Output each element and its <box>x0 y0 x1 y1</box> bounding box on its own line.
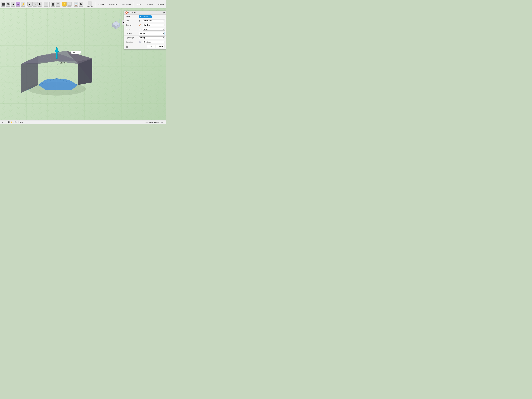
toolbar-icon-5[interactable]: ⚡ <box>21 2 25 6</box>
operation-icon <box>139 41 142 43</box>
distance-label: Distance <box>126 33 139 34</box>
operation-dropdown[interactable]: New Body ▾ <box>143 41 165 43</box>
toolbar-icon-6[interactable]: ➤ <box>27 2 32 6</box>
toolbar-separator-10 <box>133 2 133 6</box>
menu-construct[interactable]: CONSTRUCT ▾ <box>120 3 132 6</box>
direction-icon <box>139 24 142 26</box>
direction-dropdown[interactable]: One Side ▾ <box>143 24 165 26</box>
taper-dropdown-text: 20 deg <box>140 37 145 39</box>
profile-label: Profile <box>126 16 139 18</box>
panel-header: ● EXTRUDE ▶ <box>124 11 166 14</box>
extent-label: Extent <box>126 28 139 30</box>
start-icon: ⊢ <box>139 19 142 22</box>
distance-input-text: 45 mm <box>140 33 145 34</box>
ok-button[interactable]: OK <box>147 45 155 48</box>
dimension-dropdown-arrow[interactable]: ▾ <box>78 51 79 53</box>
extent-dropdown-arrow: ▾ <box>163 29 164 30</box>
modify-label: MODIFY ▾ <box>98 4 104 5</box>
profile-value: ▶ 1 selected ✕ <box>139 15 165 18</box>
extent-dropdown-text: Distance <box>144 28 150 30</box>
toolbar-icon-4[interactable]: ◈ <box>16 2 20 6</box>
start-label: Start <box>126 20 139 22</box>
panel-row-start: Start ⊢ Profile Plane ▾ <box>124 19 166 23</box>
toolbar-icon-14[interactable]: 🖥 <box>79 2 83 6</box>
bottom-tool-snap[interactable]: ⬛ <box>8 121 10 123</box>
menu-assemble[interactable]: ASSEMBLE ▾ <box>108 3 118 6</box>
svg-text:Ci: Ci <box>115 23 116 25</box>
bottom-tool-hand[interactable]: ✋ <box>10 121 12 123</box>
svg-rect-38 <box>140 41 141 42</box>
bottom-tools: ✛ ⬛ ✋ ⊕ 🔍 ⬜ ⊞ ⁝ <box>5 121 23 124</box>
profile-clear-button[interactable]: ✕ <box>149 16 151 18</box>
menu-insert[interactable]: INSERT ▾ <box>146 3 154 6</box>
create-icon: ⬜ <box>88 1 92 5</box>
toolbar-icon-12[interactable]: ⬜ <box>67 2 71 6</box>
direction-label: Direction <box>126 24 139 26</box>
viewcube[interactable]: Ci <box>111 19 121 29</box>
bottom-tool-zoom-out[interactable]: 🔍 <box>15 121 17 123</box>
operation-label: Operation <box>126 41 139 43</box>
toolbar-icon-9[interactable]: ⬛ <box>51 2 55 6</box>
toolbar-icon-10[interactable]: ⬚ <box>56 2 60 6</box>
toolbar-icon-7[interactable]: ⬡ <box>32 2 37 6</box>
bottom-left: ⊕ | ✛ ⬛ ✋ ⊕ 🔍 ⬜ ⊞ ⁝ <box>2 121 23 124</box>
bottom-zoom-icon[interactable]: ⊕ <box>2 121 3 123</box>
bottom-tool-grid[interactable]: ⊞ <box>20 121 21 123</box>
panel-row-taper: Taper Angle 20 deg ▾ <box>124 36 166 40</box>
toolbar-icon-11[interactable]: 🌟 <box>62 2 67 6</box>
svg-marker-32 <box>139 24 141 26</box>
dimension-value: 45 mm <box>73 51 78 53</box>
bottom-tool-zoom-in[interactable]: ⊕ <box>13 121 14 123</box>
menu-select[interactable]: SELECT ▾ <box>157 3 165 6</box>
menu-create[interactable]: ⬜ CREATE ▾ <box>85 1 94 7</box>
taper-value: 20 deg ▾ <box>139 36 165 39</box>
panel-row-profile: Profile ▶ 1 selected ✕ <box>124 14 166 19</box>
toolbar-separator-6 <box>84 2 84 6</box>
bottom-tool-display[interactable]: ⬜ <box>18 121 19 123</box>
panel-collapse-arrow[interactable]: ◀ <box>122 20 124 25</box>
direction-dropdown-arrow: ▾ <box>163 24 164 26</box>
distance-input[interactable]: 45 mm ▾ <box>139 32 165 35</box>
extent-icon <box>139 28 142 31</box>
create-label: CREATE ▾ <box>87 5 93 7</box>
toolbar-separator-5 <box>73 2 73 6</box>
dimension-tooltip[interactable]: 45 mm ▾ <box>71 51 81 54</box>
cancel-button[interactable]: Cancel <box>156 45 165 48</box>
profile-selected-badge[interactable]: ▶ 1 selected ✕ <box>139 15 152 18</box>
toolbar-separator-2 <box>43 2 43 6</box>
toolbar-separator-7 <box>95 2 95 6</box>
menu-inspect[interactable]: INSPECT ▾ <box>134 3 144 6</box>
panel-title: EXTRUDE <box>128 12 137 14</box>
extrude-header-icon: ● <box>126 12 128 14</box>
operation-dropdown-text: New Body <box>144 41 151 43</box>
toolbar-icon-13[interactable]: 📋 <box>74 2 78 6</box>
direction-value: One Side ▾ <box>139 24 165 26</box>
start-dropdown-arrow: ▾ <box>163 20 164 21</box>
viewcube-svg: Ci <box>111 19 121 29</box>
toolbar-icon-3[interactable]: ◉ <box>11 2 15 6</box>
assemble-label: ASSEMBLE ▾ <box>109 4 117 5</box>
status-bar-text: 1 Profile | Area : 4450.073 mm^2 <box>144 121 165 123</box>
toolbar-separator-4 <box>61 2 61 6</box>
menu-modify[interactable]: MODIFY ▾ <box>96 3 105 6</box>
bottom-tool-points[interactable]: ⁝ <box>22 121 23 123</box>
toolbar-icon-move[interactable]: ✛ <box>44 2 48 6</box>
operation-value: New Body ▾ <box>139 41 165 43</box>
toolbar-icon-1[interactable]: ⬛ <box>1 2 5 6</box>
toolbar-icon-8[interactable]: ⬢ <box>37 2 42 6</box>
extent-dropdown[interactable]: Distance ▾ <box>143 28 165 31</box>
inspect-label: INSPECT ▾ <box>136 4 142 5</box>
info-icon[interactable]: i <box>126 45 128 48</box>
extrude-panel: ● EXTRUDE ▶ Profile ▶ 1 selected ✕ Start… <box>124 11 166 50</box>
direction-dropdown-text: One Side <box>144 24 150 26</box>
start-value: ⊢ Profile Plane ▾ <box>139 19 165 22</box>
panel-footer: i OK Cancel <box>124 44 166 49</box>
bottom-tool-move[interactable]: ✛ <box>5 121 7 124</box>
start-dropdown[interactable]: Profile Plane ▾ <box>143 19 165 22</box>
toolbar-icon-2[interactable]: 🎥 <box>6 2 10 6</box>
svg-text:45|00: 45|00 <box>60 62 65 64</box>
taper-dropdown[interactable]: 20 deg ▾ <box>139 36 165 39</box>
toolbar-separator-9 <box>119 2 119 6</box>
panel-collapse-button[interactable]: ▶ <box>164 12 165 14</box>
toolbar: ⬛ 🎥 ◉ ◈ ⚡ ➤ ⬡ ⬢ ✛ ⬛ ⬚ 🌟 ⬜ 📋 🖥 ⬜ CREATE ▾… <box>0 0 166 8</box>
